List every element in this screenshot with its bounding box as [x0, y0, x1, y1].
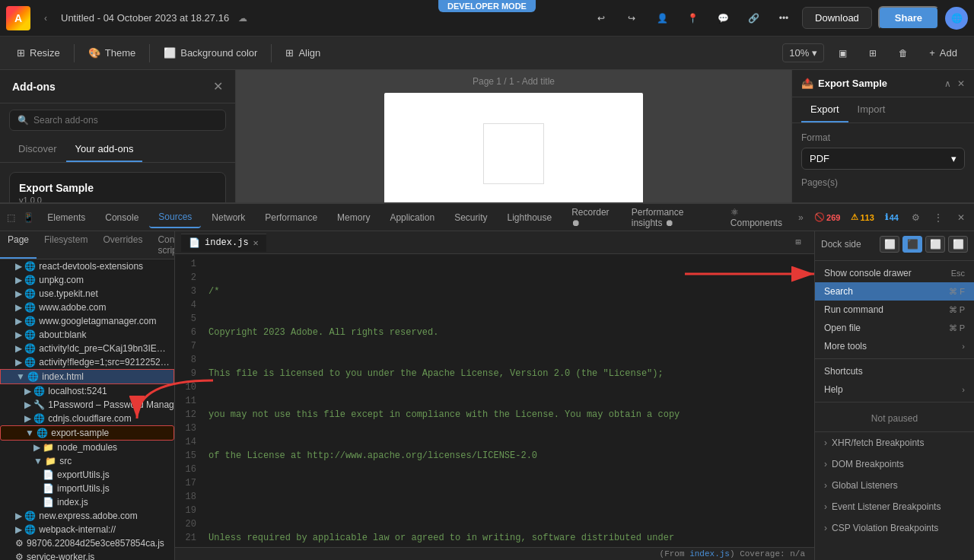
tab-your-addons[interactable]: Your add-ons — [66, 137, 143, 162]
tab-import[interactable]: Import — [848, 97, 895, 123]
tree-item[interactable]: ▶ 🌐 cdnjs.cloudflare.com — [0, 412, 174, 425]
devtools-more-tabs-button[interactable]: » — [793, 208, 809, 228]
tree-item-index-js[interactable]: 📄 index.js — [0, 495, 174, 509]
devtools-tab-sources[interactable]: Sources — [149, 207, 201, 228]
devtools-tab-perf-insights[interactable]: Performance insights ⏺ — [622, 202, 720, 233]
coverage-text: (From index.js) Coverage: n/a — [660, 549, 805, 558]
dock-left-button[interactable]: ⬜ — [880, 236, 899, 253]
dom-breakpoints[interactable]: › DOM Breakpoints — [815, 453, 974, 475]
line-numbers: 12345 678910 1112131415 1617181920 21222… — [175, 254, 202, 547]
add-tool[interactable]: + Add — [921, 44, 965, 62]
tree-item[interactable]: ▶ 🌐 localhost:5241 — [0, 384, 174, 398]
devtools-inspect-button[interactable]: ⬚ — [3, 208, 19, 228]
devtools-vert-dots-button[interactable]: ⋮ — [928, 208, 948, 228]
menu-open-file[interactable]: Open file ⌘ P — [815, 319, 974, 337]
panel-close-button[interactable]: ✕ — [957, 78, 965, 89]
menu-more-tools[interactable]: More tools › — [815, 337, 974, 355]
avatar[interactable]: 🌐 — [945, 7, 968, 30]
devtools-tab-console[interactable]: Console — [96, 208, 148, 228]
format-select[interactable]: PDF ▾ — [801, 148, 965, 170]
download-button[interactable]: Download — [802, 7, 872, 29]
tree-item-index-html[interactable]: ▼ 🌐 index.html — [0, 369, 174, 384]
xhr-breakpoints[interactable]: › XHR/fetch Breakpoints — [815, 432, 974, 453]
dock-bottom-button[interactable]: ⬛ — [902, 236, 922, 253]
profile-icon[interactable]: 👤 — [650, 6, 674, 30]
folder-icon: ▶ 🌐 — [15, 302, 36, 313]
tree-item[interactable]: ▶ 🌐 about:blank — [0, 328, 174, 342]
tree-item[interactable]: ⚙ 98706.22084d25e3ce857854ca.js — [0, 536, 174, 550]
doc-title: Untitled - 04 October 2023 at 18.27.16 — [61, 12, 229, 24]
tree-item[interactable]: ▶ 🌐 activity!fledge=1;src=9212252;type=i… — [0, 355, 174, 369]
tab-export[interactable]: Export — [801, 97, 848, 123]
devtools-device-button[interactable]: 📱 — [21, 208, 37, 228]
share-button[interactable]: Share — [878, 6, 939, 30]
tree-item[interactable]: ▶ 🌐 unpkg.com — [0, 273, 174, 287]
tree-item[interactable]: ▶ 🌐 www.googletagmanager.com — [0, 314, 174, 328]
addons-close-button[interactable]: ✕ — [213, 79, 223, 94]
menu-shortcuts[interactable]: Shortcuts — [815, 362, 974, 380]
tab-discover[interactable]: Discover — [9, 137, 66, 162]
devtools-tab-security[interactable]: Security — [445, 208, 496, 228]
zoom-control[interactable]: 10% ▾ — [782, 43, 824, 62]
dock-separate-button[interactable]: ⬜ — [948, 236, 968, 253]
menu-search[interactable]: Search ⌘ F — [815, 282, 974, 301]
tree-item-import-utils[interactable]: 📄 importUtils.js — [0, 482, 174, 495]
devtools-tab-lighthouse[interactable]: Lighthouse — [498, 208, 561, 228]
tree-item[interactable]: ▶ 🌐 react-devtools-extensions — [0, 259, 174, 273]
devtools-tab-memory[interactable]: Memory — [328, 208, 379, 228]
close-tab-icon[interactable]: ✕ — [253, 237, 259, 249]
devtools-tab-components[interactable]: ⚛ Components — [721, 202, 791, 233]
src-tab-page[interactable]: Page — [0, 231, 37, 259]
event-listener-breakpoints[interactable]: › Event Listener Breakpoints — [815, 496, 974, 517]
tree-item-export-sample[interactable]: ▼ 🌐 export-sample — [0, 425, 174, 441]
chevron-right-icon: › — [824, 480, 827, 491]
bg-color-tool[interactable]: ⬜ Background color — [156, 44, 265, 62]
right-panel-content: Format PDF ▾ Pages(s) — [792, 123, 974, 200]
tree-item[interactable]: ⚙ service-worker.js — [0, 550, 174, 560]
undo-button[interactable]: ↩ — [589, 6, 613, 30]
devtools-tab-application[interactable]: Application — [380, 208, 444, 228]
resize-tool[interactable]: ⊞ Resize — [9, 44, 68, 62]
theme-tool[interactable]: 🎨 Theme — [81, 44, 143, 62]
devtools-close-button[interactable]: ✕ — [951, 208, 971, 228]
src-tab-content-scripts[interactable]: Content scripts — [150, 231, 175, 259]
dock-right-button[interactable]: ⬜ — [925, 236, 945, 253]
share-icon[interactable]: 🔗 — [741, 6, 766, 30]
panel-collapse-button[interactable]: ∧ — [944, 78, 951, 89]
code-tab-index-js[interactable]: 📄 index.js ✕ — [181, 234, 266, 252]
delete-icon[interactable]: 🗑 — [891, 41, 915, 65]
tree-item[interactable]: ▶ 🌐 use.typekit.net — [0, 287, 174, 301]
align-tool[interactable]: ⊞ Align — [278, 44, 328, 62]
global-listeners[interactable]: › Global Listeners — [815, 475, 974, 496]
layout-icon[interactable]: ▣ — [830, 41, 855, 65]
menu-show-console[interactable]: Show console drawer Esc — [815, 264, 974, 282]
back-button[interactable]: ‹ — [37, 9, 55, 27]
tree-item[interactable]: ▶ 📁 node_modules — [0, 441, 174, 454]
pin-icon[interactable]: 📍 — [680, 6, 705, 30]
coverage-link[interactable]: index.js — [689, 549, 730, 558]
more-icon[interactable]: ••• — [772, 6, 796, 30]
src-tab-filesystem[interactable]: Filesystem — [37, 231, 95, 259]
redo-button[interactable]: ↪ — [619, 6, 644, 30]
tree-item[interactable]: ▶ 🌐 webpack-internal:// — [0, 523, 174, 536]
tree-item[interactable]: ▶ 🌐 www.adobe.com — [0, 301, 174, 314]
devtools-tab-recorder[interactable]: Recorder ⏺ — [562, 202, 621, 233]
menu-help[interactable]: Help › — [815, 380, 974, 399]
tree-item[interactable]: ▶ 🌐 new.express.adobe.com — [0, 509, 174, 523]
menu-run-command[interactable]: Run command ⌘ P — [815, 301, 974, 319]
csp-violation-breakpoints[interactable]: › CSP Violation Breakpoints — [815, 517, 974, 539]
crop-icon[interactable]: ⊞ — [861, 41, 885, 65]
toggle-sidebar-button[interactable]: ⊞ — [788, 233, 808, 253]
devtools-tab-network[interactable]: Network — [202, 208, 254, 228]
bg-color-label: Background color — [180, 47, 257, 59]
tree-item-src[interactable]: ▼ 📁 src — [0, 454, 174, 468]
tree-item[interactable]: ▶ 🔧 1Password – Password Manager — [0, 398, 174, 412]
chat-icon[interactable]: 💬 — [711, 6, 735, 30]
addons-search-input[interactable] — [33, 115, 218, 126]
devtools-tab-performance[interactable]: Performance — [256, 208, 326, 228]
devtools-settings-button[interactable]: ⚙ — [906, 208, 925, 228]
tree-item-export-utils[interactable]: 📄 exportUtils.js — [0, 468, 174, 482]
src-tab-overrides[interactable]: Overrides — [95, 231, 150, 259]
tree-item[interactable]: ▶ 🌐 activity!dc_pre=CKaj19bn3IEDFYdVwgod… — [0, 342, 174, 355]
devtools-tab-elements[interactable]: Elements — [38, 208, 94, 228]
